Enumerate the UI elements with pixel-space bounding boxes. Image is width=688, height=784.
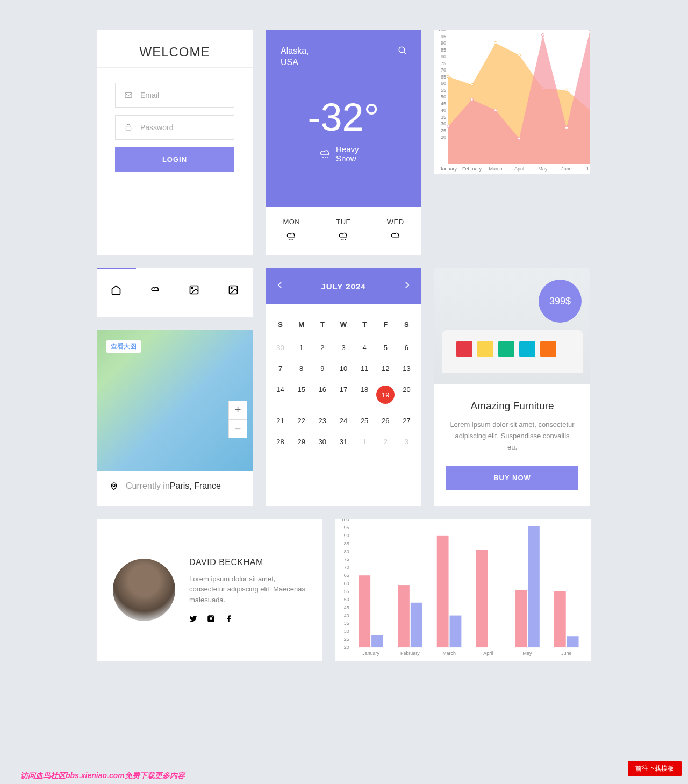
calendar-day[interactable]: 22 bbox=[291, 410, 312, 431]
weather-search-button[interactable] bbox=[398, 46, 407, 58]
zoom-out-button[interactable]: − bbox=[228, 419, 247, 438]
buy-now-button[interactable]: BUY NOW bbox=[446, 466, 578, 490]
facebook-icon[interactable] bbox=[225, 615, 233, 623]
calendar-day[interactable]: 26 bbox=[375, 410, 396, 431]
chevron-right-icon bbox=[405, 281, 410, 289]
svg-text:40: 40 bbox=[441, 108, 446, 113]
home-icon bbox=[111, 284, 121, 295]
weather-card: Alaska, USA -32° Heavy Snow MON TUE WED bbox=[266, 30, 421, 255]
svg-point-2 bbox=[399, 47, 405, 53]
email-placeholder: Email bbox=[140, 91, 159, 99]
calendar-day[interactable]: 18 bbox=[354, 379, 375, 410]
calendar-day[interactable]: 31 bbox=[333, 431, 354, 452]
temperature: -32° bbox=[281, 95, 406, 139]
product-desc: Lorem ipsum dolor sit amet, consectetur … bbox=[446, 419, 578, 453]
calendar-day[interactable]: 1 bbox=[354, 431, 375, 452]
twitter-icon[interactable] bbox=[189, 615, 197, 623]
svg-point-28 bbox=[471, 98, 474, 101]
image-icon bbox=[189, 284, 199, 295]
calendar-day[interactable]: 16 bbox=[312, 379, 333, 410]
location-value: Paris, France bbox=[170, 481, 221, 491]
map-view-large[interactable]: 查看大图 bbox=[106, 340, 141, 353]
svg-text:80: 80 bbox=[344, 549, 349, 554]
area-chart-card: 10095908580757065605550454035302520Janua… bbox=[434, 30, 590, 174]
svg-text:35: 35 bbox=[344, 621, 349, 626]
login-button[interactable]: LOGIN bbox=[115, 147, 234, 172]
password-field[interactable]: Password bbox=[115, 115, 234, 140]
instagram-icon[interactable] bbox=[207, 615, 215, 623]
svg-rect-73 bbox=[450, 616, 462, 648]
svg-text:60: 60 bbox=[441, 81, 446, 86]
svg-text:25: 25 bbox=[441, 128, 446, 133]
svg-rect-82 bbox=[567, 637, 579, 648]
calendar-day[interactable]: 24 bbox=[333, 410, 354, 431]
calendar-day[interactable]: 15 bbox=[291, 379, 312, 410]
calendar-day[interactable]: 25 bbox=[354, 410, 375, 431]
calendar-day[interactable]: 12 bbox=[375, 358, 396, 379]
calendar-day[interactable]: 23 bbox=[312, 410, 333, 431]
email-field[interactable]: Email bbox=[115, 83, 234, 108]
svg-text:April: April bbox=[483, 651, 493, 656]
calendar-dow: F bbox=[375, 312, 396, 337]
tab-home[interactable] bbox=[97, 268, 136, 317]
map[interactable]: 查看大图 + − bbox=[97, 330, 253, 471]
calendar-day[interactable]: 17 bbox=[333, 379, 354, 410]
svg-text:February: February bbox=[462, 166, 482, 172]
rain-icon bbox=[338, 230, 349, 242]
calendar-next[interactable] bbox=[405, 281, 410, 291]
calendar-day[interactable]: 21 bbox=[270, 410, 291, 431]
svg-text:25: 25 bbox=[344, 637, 349, 643]
calendar-prev[interactable] bbox=[277, 281, 282, 291]
calendar-day[interactable]: 13 bbox=[396, 358, 417, 379]
svg-rect-66 bbox=[359, 576, 370, 648]
weather-location: Alaska, USA bbox=[281, 46, 406, 68]
tab-image-2[interactable] bbox=[214, 268, 253, 317]
price-badge: 399$ bbox=[539, 280, 582, 323]
calendar-day[interactable]: 3 bbox=[396, 431, 417, 452]
area-chart: 10095908580757065605550454035302520Janua… bbox=[434, 30, 590, 174]
forecast-day: MON bbox=[266, 218, 318, 244]
calendar-day[interactable]: 14 bbox=[270, 379, 291, 410]
weather-condition: Heavy Snow bbox=[281, 145, 406, 163]
calendar-day[interactable]: 29 bbox=[291, 431, 312, 452]
calendar-day[interactable]: 2 bbox=[312, 337, 333, 358]
calendar-day[interactable]: 10 bbox=[333, 358, 354, 379]
svg-text:95: 95 bbox=[344, 525, 349, 530]
calendar-day[interactable]: 7 bbox=[270, 358, 291, 379]
svg-text:45: 45 bbox=[441, 101, 446, 106]
calendar-day[interactable]: 28 bbox=[270, 431, 291, 452]
calendar-day[interactable]: 1 bbox=[291, 337, 312, 358]
calendar-day[interactable]: 19 bbox=[375, 379, 396, 410]
svg-rect-81 bbox=[554, 591, 566, 647]
svg-text:80: 80 bbox=[441, 54, 446, 59]
calendar-dow: W bbox=[333, 312, 354, 337]
svg-rect-0 bbox=[125, 92, 132, 97]
calendar-day[interactable]: 3 bbox=[333, 337, 354, 358]
calendar-dow: S bbox=[270, 312, 291, 337]
calendar-day[interactable]: 27 bbox=[396, 410, 417, 431]
calendar-day[interactable]: 11 bbox=[354, 358, 375, 379]
svg-text:April: April bbox=[514, 166, 524, 172]
forecast-day: TUE bbox=[318, 218, 370, 244]
tab-bar bbox=[97, 268, 253, 317]
password-placeholder: Password bbox=[140, 123, 173, 132]
calendar-day[interactable]: 8 bbox=[291, 358, 312, 379]
svg-text:75: 75 bbox=[344, 557, 349, 562]
svg-text:55: 55 bbox=[344, 589, 349, 594]
calendar-day[interactable]: 4 bbox=[354, 337, 375, 358]
zoom-in-button[interactable]: + bbox=[228, 401, 247, 419]
calendar-day[interactable]: 2 bbox=[375, 431, 396, 452]
svg-point-33 bbox=[589, 30, 591, 31]
calendar-day[interactable]: 5 bbox=[375, 337, 396, 358]
calendar-day[interactable]: 6 bbox=[396, 337, 417, 358]
svg-point-31 bbox=[542, 34, 544, 37]
svg-text:30: 30 bbox=[441, 121, 446, 126]
tab-image-1[interactable] bbox=[175, 268, 214, 317]
calendar-day[interactable]: 30 bbox=[270, 337, 291, 358]
calendar-day[interactable]: 20 bbox=[396, 379, 417, 410]
calendar-day[interactable]: 9 bbox=[312, 358, 333, 379]
calendar-day[interactable]: 30 bbox=[312, 431, 333, 452]
svg-rect-69 bbox=[398, 585, 410, 647]
calendar-card: JULY 2024 SMTWTFS30123456789101112131415… bbox=[266, 268, 421, 506]
tab-cloud[interactable] bbox=[136, 268, 175, 317]
